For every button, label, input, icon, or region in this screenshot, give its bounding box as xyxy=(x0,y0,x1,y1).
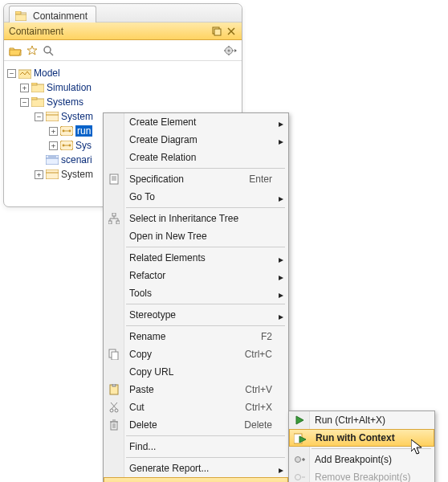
svg-rect-40 xyxy=(108,221,112,224)
block-icon xyxy=(46,111,59,122)
svg-point-51 xyxy=(115,409,118,412)
svg-line-53 xyxy=(111,402,116,409)
remove-breakpoint-icon xyxy=(292,471,307,482)
menu-related-elements[interactable]: Related Elements▸ xyxy=(104,249,288,267)
svg-rect-17 xyxy=(31,83,37,85)
tree-icon xyxy=(107,212,121,225)
expand-icon[interactable]: + xyxy=(49,127,58,136)
chevron-right-icon: ▸ xyxy=(279,311,283,322)
menu-create-element[interactable]: Create Element▸ xyxy=(104,113,288,131)
title-bar: Containment xyxy=(4,22,242,40)
svg-point-63 xyxy=(295,475,301,480)
svg-point-24 xyxy=(69,130,71,133)
cut-icon xyxy=(107,401,121,414)
svg-rect-35 xyxy=(110,174,118,184)
svg-rect-39 xyxy=(112,213,116,216)
collapse-icon[interactable]: − xyxy=(20,98,29,107)
delete-icon xyxy=(107,419,121,431)
expand-icon[interactable]: + xyxy=(49,141,58,150)
menu-select-inheritance[interactable]: Select in Inheritance Tree xyxy=(104,210,288,227)
menu-generate-report[interactable]: Generate Report...▸ xyxy=(104,460,288,477)
add-breakpoint-icon xyxy=(292,453,307,466)
svg-point-23 xyxy=(63,130,65,133)
cursor-icon xyxy=(411,439,424,455)
submenu-run[interactable]: Run (Ctrl+Alt+X) xyxy=(289,411,434,429)
svg-point-50 xyxy=(110,409,113,412)
folder-icon xyxy=(31,82,44,93)
chevron-right-icon: ▸ xyxy=(279,136,283,147)
run-icon xyxy=(292,414,307,427)
svg-line-52 xyxy=(112,402,117,409)
chevron-right-icon: ▸ xyxy=(279,464,283,476)
title-text: Containment xyxy=(9,26,63,37)
menu-cut[interactable]: CutCtrl+X xyxy=(104,398,288,416)
tree-row-simulation[interactable]: + Simulation xyxy=(7,80,238,95)
svg-point-7 xyxy=(44,47,51,53)
copy-icon xyxy=(107,348,121,361)
instance-icon xyxy=(46,154,59,165)
tab-containment[interactable]: Containment xyxy=(9,6,96,22)
svg-rect-19 xyxy=(31,97,37,100)
containment-icon xyxy=(14,10,27,22)
svg-line-8 xyxy=(50,52,53,55)
tree-row-systems[interactable]: − Systems xyxy=(7,95,238,109)
spec-icon xyxy=(107,173,121,186)
menu-find[interactable]: Find... xyxy=(104,438,288,455)
model-icon xyxy=(18,67,31,79)
svg-point-27 xyxy=(63,145,65,147)
expand-icon[interactable]: + xyxy=(20,84,29,92)
tab-bar: Containment xyxy=(4,4,242,22)
svg-point-10 xyxy=(228,49,230,51)
svg-rect-1 xyxy=(15,11,21,14)
menu-create-diagram[interactable]: Create Diagram▸ xyxy=(104,131,288,149)
menu-copy-url[interactable]: Copy URL xyxy=(104,363,288,381)
star-icon[interactable] xyxy=(26,45,38,56)
close-icon[interactable] xyxy=(226,26,237,37)
activity-icon xyxy=(60,140,73,151)
menu-paste[interactable]: PasteCtrl+V xyxy=(104,381,288,398)
tab-label: Containment xyxy=(33,10,88,22)
expand-icon[interactable]: + xyxy=(35,170,43,179)
svg-rect-54 xyxy=(111,422,117,430)
svg-point-60 xyxy=(295,457,301,463)
svg-rect-49 xyxy=(112,384,116,386)
chevron-right-icon: ▸ xyxy=(279,254,283,265)
svg-rect-2 xyxy=(15,14,26,21)
context-menu[interactable]: Create Element▸ Create Diagram▸ Create R… xyxy=(103,112,289,482)
folder-icon xyxy=(31,96,44,108)
menu-specification[interactable]: SpecificationEnter xyxy=(104,170,288,188)
chevron-right-icon: ▸ xyxy=(279,289,283,300)
svg-rect-41 xyxy=(116,221,120,224)
minimize-icon[interactable] xyxy=(211,26,222,37)
run-context-icon xyxy=(293,432,307,445)
activity-icon xyxy=(60,125,73,137)
tree-row-model[interactable]: − Model xyxy=(7,66,238,80)
chevron-right-icon: ▸ xyxy=(279,118,283,129)
menu-open-new-tree[interactable]: Open in New Tree xyxy=(104,227,288,245)
menu-refactor[interactable]: Refactor▸ xyxy=(104,267,288,284)
menu-tools[interactable]: Tools▸ xyxy=(104,284,288,302)
toolbar xyxy=(4,40,242,61)
svg-point-28 xyxy=(69,145,71,147)
menu-delete[interactable]: DeleteDelete xyxy=(104,416,288,434)
paste-icon xyxy=(107,383,121,396)
menu-copy[interactable]: CopyCtrl+C xyxy=(104,345,288,363)
menu-create-relation[interactable]: Create Relation xyxy=(104,149,288,166)
search-icon[interactable] xyxy=(43,45,54,56)
chevron-right-icon: ▸ xyxy=(279,272,283,283)
svg-rect-20 xyxy=(46,112,59,121)
block-icon xyxy=(46,169,59,180)
menu-rename[interactable]: RenameF2 xyxy=(104,328,288,345)
collapse-icon[interactable]: − xyxy=(7,69,16,78)
gear-icon[interactable] xyxy=(224,45,237,56)
chevron-right-icon: ▸ xyxy=(279,193,283,204)
menu-goto[interactable]: Go To▸ xyxy=(104,188,288,206)
submenu-remove-breakpoint: Remove Breakpoint(s) xyxy=(289,468,434,482)
collapse-icon[interactable]: − xyxy=(35,112,43,121)
svg-rect-4 xyxy=(214,29,221,35)
svg-rect-47 xyxy=(112,352,118,360)
open-icon[interactable] xyxy=(9,45,22,56)
menu-stereotype[interactable]: Stereotype▸ xyxy=(104,306,288,324)
menu-simulation[interactable]: Simulation▸ xyxy=(104,477,288,482)
svg-rect-33 xyxy=(46,170,59,179)
